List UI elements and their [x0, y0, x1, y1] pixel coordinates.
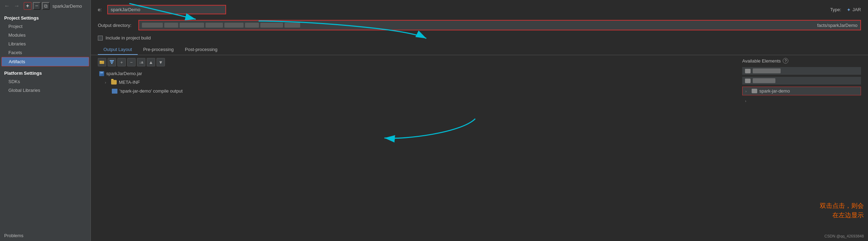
jar-type-icon: ✦ — [847, 7, 851, 13]
spark-jar-demo-folder-icon — [752, 89, 757, 93]
artifact-name-row: e: Type: ✦ JAR — [91, 0, 868, 17]
blur-block-2 — [164, 23, 178, 28]
available-item-1[interactable] — [742, 67, 861, 75]
include-checkbox[interactable] — [98, 36, 103, 41]
sidebar-item-sdks[interactable]: SDKs — [0, 77, 91, 86]
output-dir-input[interactable]: facts/sparkJarDemo — [138, 20, 861, 30]
tab-post-processing[interactable]: Post-processing — [179, 45, 223, 55]
compile-output-icon — [112, 89, 117, 94]
platform-settings-heading: Platform Settings — [0, 66, 91, 77]
blur-block-3 — [180, 23, 204, 28]
tree-item-meta-inf[interactable]: › META-INF — [98, 79, 737, 86]
sidebar-item-modules[interactable]: Modules — [0, 31, 91, 39]
remove-artifact-button[interactable]: − — [33, 2, 41, 10]
meta-inf-folder-icon — [111, 80, 117, 85]
available-elements-title: Available Elements — [742, 58, 781, 64]
available-item-spark-jar-demo[interactable]: › spark-jar-demo — [742, 87, 861, 95]
tree-item-compile-output[interactable]: 'spark-jar-demo' compile output — [98, 87, 737, 95]
project-name-label: sparkJarDemo — [52, 3, 82, 9]
type-section: Type: ✦ JAR — [830, 7, 861, 13]
sidebar: ← → + − ⧉ sparkJarDemo Project Settings … — [0, 0, 91, 241]
tab-pre-processing[interactable]: Pre-processing — [138, 45, 179, 55]
filter-icon — [109, 60, 114, 65]
jar-file-icon — [99, 71, 104, 76]
include-checkbox-row: Include in project build — [91, 33, 868, 43]
main-content: e: Type: ✦ JAR Output directory: — [91, 0, 868, 241]
output-dir-row: Output directory: facts/sparkJarDemo — [91, 17, 868, 33]
extract-icon — [100, 60, 104, 65]
add-artifact-button[interactable]: + — [24, 2, 31, 10]
watermark: CSDN @qq_42693848 — [824, 234, 864, 238]
tree-sort-btn[interactable]: ↓a — [137, 58, 145, 66]
tree-chevron-meta: › — [105, 80, 109, 85]
svg-rect-1 — [100, 61, 102, 62]
artifact-tree-area: + − ↓a ▲ ▼ sparkJarDemo.jar › META-INF — [98, 58, 737, 238]
nav-toolbar: ← → + − ⧉ sparkJarDemo — [0, 0, 91, 12]
forward-button[interactable]: → — [13, 2, 21, 10]
copy-artifact-button[interactable]: ⧉ — [42, 2, 50, 10]
available-item-2[interactable] — [742, 77, 861, 85]
svg-rect-3 — [110, 61, 113, 63]
tree-remove-btn[interactable]: − — [127, 58, 136, 66]
available-folder-icon-2 — [745, 79, 751, 83]
available-item-blur-1 — [753, 68, 781, 73]
name-field-label: e: — [98, 7, 102, 12]
tree-folder-btn[interactable] — [98, 58, 106, 66]
blur-block-7 — [260, 23, 283, 28]
output-layout-area: + − ↓a ▲ ▼ sparkJarDemo.jar › META-INF — [91, 55, 868, 241]
expand-row[interactable]: › — [742, 97, 861, 104]
svg-rect-2 — [110, 60, 114, 61]
available-folder-icon-1 — [745, 69, 751, 73]
sidebar-item-facets[interactable]: Facets — [0, 48, 91, 57]
tabs-row: Output Layout Pre-processing Post-proces… — [91, 43, 868, 55]
type-badge: ✦ JAR — [847, 7, 861, 13]
back-button[interactable]: ← — [3, 2, 11, 10]
output-dir-label: Output directory: — [98, 23, 131, 28]
type-label: Type: — [830, 7, 841, 12]
tree-add-btn[interactable]: + — [117, 58, 126, 66]
available-elements-header: Available Elements ? — [742, 58, 861, 64]
tab-output-layout[interactable]: Output Layout — [98, 45, 138, 55]
sidebar-item-libraries[interactable]: Libraries — [0, 39, 91, 48]
artifact-name-input[interactable] — [107, 5, 226, 14]
include-label: Include in project build — [106, 35, 151, 41]
tree-filter-btn[interactable] — [108, 58, 116, 66]
blur-block-6 — [245, 23, 259, 28]
spark-jar-demo-chevron: › — [745, 89, 750, 93]
sidebar-item-project[interactable]: Project — [0, 22, 91, 31]
sidebar-item-artifacts[interactable]: Artifacts — [1, 57, 89, 66]
spark-jar-demo-label: spark-jar-demo — [759, 88, 790, 94]
type-value: JAR — [852, 7, 861, 12]
available-help-icon[interactable]: ? — [783, 58, 788, 64]
tree-up-btn[interactable]: ▲ — [147, 58, 155, 66]
sidebar-item-global-libraries[interactable]: Global Libraries — [0, 86, 91, 95]
output-dir-suffix: facts/sparkJarDemo — [817, 23, 858, 28]
available-item-blur-2 — [753, 78, 775, 83]
tree-item-jar[interactable]: sparkJarDemo.jar — [98, 70, 737, 77]
blur-block-8 — [284, 23, 300, 28]
expand-chevron: › — [745, 99, 746, 103]
project-settings-heading: Project Settings — [0, 12, 91, 22]
tree-toolbar: + − ↓a ▲ ▼ — [98, 58, 737, 66]
blur-block-5 — [224, 23, 244, 28]
blur-block-4 — [205, 23, 223, 28]
blur-block-1 — [142, 23, 163, 28]
tree-down-btn[interactable]: ▼ — [157, 58, 165, 66]
name-field-container: e: — [98, 5, 825, 14]
chinese-annotation: 双击点击，则会 在左边显示 — [820, 201, 864, 220]
svg-rect-4 — [111, 63, 113, 64]
sidebar-item-problems[interactable]: Problems — [0, 230, 91, 241]
